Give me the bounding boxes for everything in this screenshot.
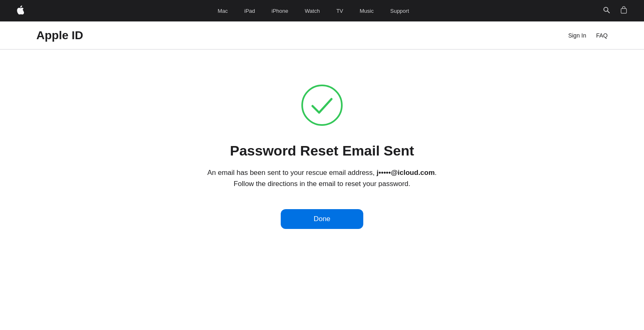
done-button[interactable]: Done bbox=[281, 209, 363, 229]
apple-logo[interactable] bbox=[17, 5, 24, 16]
nav-link-music[interactable]: Music bbox=[351, 8, 382, 14]
top-navigation: Mac iPad iPhone Watch TV Music Support bbox=[0, 0, 644, 21]
apple-id-header: Apple ID Sign In FAQ bbox=[0, 21, 644, 50]
shopping-bag-icon[interactable] bbox=[620, 6, 627, 15]
main-content: Password Reset Email Sent An email has b… bbox=[0, 50, 644, 262]
search-icon[interactable] bbox=[603, 6, 610, 15]
nav-link-ipad[interactable]: iPad bbox=[236, 8, 263, 14]
sign-in-link[interactable]: Sign In bbox=[568, 32, 586, 39]
svg-rect-2 bbox=[621, 9, 626, 13]
nav-icons bbox=[603, 6, 627, 15]
reset-title: Password Reset Email Sent bbox=[230, 143, 414, 159]
description-prefix: An email has been sent to your rescue em… bbox=[207, 169, 376, 177]
nav-link-watch[interactable]: Watch bbox=[296, 8, 328, 14]
success-icon-container bbox=[299, 82, 345, 130]
apple-id-title: Apple ID bbox=[36, 29, 83, 42]
faq-link[interactable]: FAQ bbox=[596, 32, 608, 39]
nav-links: Mac iPad iPhone Watch TV Music Support bbox=[24, 8, 603, 14]
success-checkmark-icon bbox=[299, 82, 345, 128]
nav-link-support[interactable]: Support bbox=[382, 8, 417, 14]
header-actions: Sign In FAQ bbox=[568, 32, 608, 39]
nav-link-tv[interactable]: TV bbox=[328, 8, 352, 14]
email-address: j•••••@icloud.com bbox=[376, 169, 435, 177]
reset-description: An email has been sent to your rescue em… bbox=[202, 167, 442, 189]
svg-point-3 bbox=[302, 85, 342, 125]
nav-link-mac[interactable]: Mac bbox=[209, 8, 236, 14]
svg-line-1 bbox=[608, 11, 610, 13]
nav-link-iphone[interactable]: iPhone bbox=[263, 8, 296, 14]
